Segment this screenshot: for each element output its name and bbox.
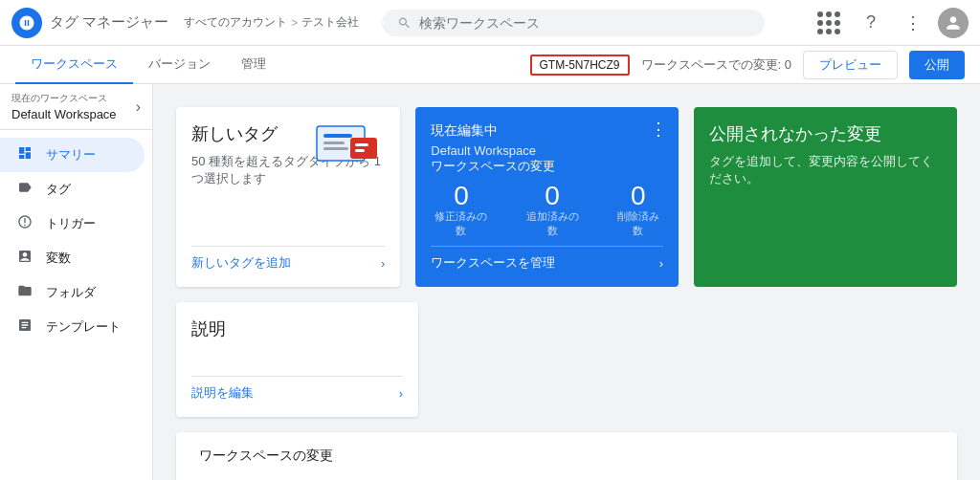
breadcrumb-account[interactable]: テスト会社 xyxy=(301,14,359,31)
sub-nav-right: GTM-5N7HCZ9 ワークスペースでの変更: 0 プレビュー 公開 xyxy=(530,51,965,79)
chevron-right-icon-editing: › xyxy=(659,256,663,271)
avatar[interactable] xyxy=(938,8,969,38)
sidebar-label-variables: 変数 xyxy=(46,250,71,267)
ws-changes-title: ワークスペースの変更 xyxy=(199,447,934,465)
editing-title: 現在編集中 xyxy=(431,122,663,140)
sidebar-menu: サマリー タグ トリガー 変数 xyxy=(0,138,152,344)
variables-icon xyxy=(15,249,34,268)
unpublished-desc: タグを追加して、変更内容を公開してください。 xyxy=(709,153,942,272)
layout: 現在のワークスペース Default Workspace › サマリー タグ xyxy=(0,84,980,480)
tab-workspace[interactable]: ワークスペース xyxy=(15,46,133,84)
triggers-icon xyxy=(15,214,34,233)
preview-button[interactable]: プレビュー xyxy=(803,51,898,79)
breadcrumb: すべてのアカウント > テスト会社 xyxy=(184,14,359,31)
templates-icon xyxy=(15,317,34,337)
help-button[interactable]: ? xyxy=(854,6,888,40)
added-count: 0 追加済みの数 xyxy=(522,183,582,238)
svg-rect-6 xyxy=(355,149,365,152)
chevron-right-icon: › xyxy=(136,98,141,116)
sub-nav: ワークスペース バージョン 管理 GTM-5N7HCZ9 ワークスペースでの変更… xyxy=(0,46,980,84)
sidebar-item-folders[interactable]: フォルダ xyxy=(0,275,145,310)
folders-icon xyxy=(15,283,34,302)
sidebar-item-summary[interactable]: サマリー xyxy=(0,138,145,172)
sidebar-item-tags[interactable]: タグ xyxy=(0,172,145,207)
new-tag-card: 新しいタグ 50 種類を超えるタグタイプから 1 つ選択します 新 xyxy=(176,107,400,287)
sidebar-item-templates[interactable]: テンプレート xyxy=(0,310,145,344)
new-tag-link[interactable]: 新しいタグを追加 › xyxy=(191,246,385,272)
more-options-button[interactable]: ⋮ xyxy=(896,6,930,40)
publish-button[interactable]: 公開 xyxy=(909,51,965,79)
apps-button[interactable] xyxy=(812,6,846,40)
svg-rect-2 xyxy=(323,142,345,144)
cards-row-2: 説明 説明を編集 › xyxy=(176,302,957,417)
sidebar-label-triggers: トリガー xyxy=(46,215,96,232)
desc-title: 説明 xyxy=(191,317,403,340)
sidebar-label-summary: サマリー xyxy=(46,146,96,164)
breadcrumb-all[interactable]: すべてのアカウント xyxy=(184,14,287,31)
sidebar-item-variables[interactable]: 変数 xyxy=(0,241,145,275)
desc-card: 説明 説明を編集 › xyxy=(176,302,418,417)
unpublished-title: 公開されなかった変更 xyxy=(709,122,942,145)
modified-count: 0 修正済みの数 xyxy=(431,183,491,238)
summary-icon xyxy=(15,145,34,164)
tab-version[interactable]: バージョン xyxy=(133,46,226,84)
search-icon xyxy=(397,15,412,31)
manage-workspace-link[interactable]: ワークスペースを管理 › xyxy=(431,246,663,272)
tag-illustration xyxy=(312,119,389,176)
manage-workspace-label: ワークスペースを管理 xyxy=(431,254,555,272)
change-count: ワークスペースでの変更: 0 xyxy=(641,56,791,74)
unpublished-card: 公開されなかった変更 タグを追加して、変更内容を公開してください。 xyxy=(694,107,957,287)
google-logo xyxy=(11,8,42,38)
workspace-name: Default Workspace xyxy=(11,107,117,121)
editing-workspace-name: Default Workspace xyxy=(431,143,663,158)
ws-changes-section: ワークスペースの変更 このワークスペースには変更がありません。 詳細 xyxy=(176,432,957,480)
deleted-count: 0 削除済み数 xyxy=(613,183,664,238)
cards-row-1: 新しいタグ 50 種類を超えるタグタイプから 1 つ選択します 新 xyxy=(176,107,957,287)
new-tag-link-label: 新しいタグを追加 xyxy=(191,254,291,272)
tab-manage[interactable]: 管理 xyxy=(226,46,281,84)
app-title: タグ マネージャー xyxy=(50,13,168,32)
editing-more-icon[interactable]: ⋮ xyxy=(650,119,667,140)
edit-desc-label: 説明を編集 xyxy=(191,384,254,402)
sidebar: 現在のワークスペース Default Workspace › サマリー タグ xyxy=(0,84,153,480)
main-content: 新しいタグ 50 種類を超えるタグタイプから 1 つ選択します 新 xyxy=(153,84,980,480)
workspace-selector[interactable]: 現在のワークスペース Default Workspace › xyxy=(0,84,152,130)
svg-rect-4 xyxy=(350,138,377,159)
gtm-id[interactable]: GTM-5N7HCZ9 xyxy=(530,55,630,76)
edit-desc-link[interactable]: 説明を編集 › xyxy=(191,376,403,402)
sidebar-label-templates: テンプレート xyxy=(46,318,121,336)
top-nav-right: ? ⋮ xyxy=(812,6,969,40)
svg-rect-1 xyxy=(323,134,352,138)
chevron-right-icon-desc: › xyxy=(399,386,403,401)
changes-section-title: ワークスペースの変更 xyxy=(431,158,663,175)
breadcrumb-sep: > xyxy=(291,16,298,30)
search-bar xyxy=(382,10,765,36)
changes-nums: 0 修正済みの数 0 追加済みの数 0 削除済み数 xyxy=(431,183,663,238)
sidebar-label-folders: フォルダ xyxy=(46,284,96,301)
search-input[interactable] xyxy=(419,15,749,31)
workspace-label: 現在のワークスペース xyxy=(11,92,117,105)
svg-rect-5 xyxy=(355,143,368,146)
top-nav: タグ マネージャー すべてのアカウント > テスト会社 ? ⋮ xyxy=(0,0,980,46)
sidebar-item-triggers[interactable]: トリガー xyxy=(0,207,145,241)
sidebar-label-tags: タグ xyxy=(46,181,71,198)
chevron-right-icon-newtag: › xyxy=(381,256,385,271)
changes-section: ワークスペースの変更 0 修正済みの数 0 追加済みの数 0 削除済み数 xyxy=(431,158,663,272)
editing-card: 現在編集中 Default Workspace ⋮ ワークスペースの変更 0 修… xyxy=(415,107,679,287)
tags-icon xyxy=(15,180,34,199)
svg-rect-3 xyxy=(323,147,348,150)
